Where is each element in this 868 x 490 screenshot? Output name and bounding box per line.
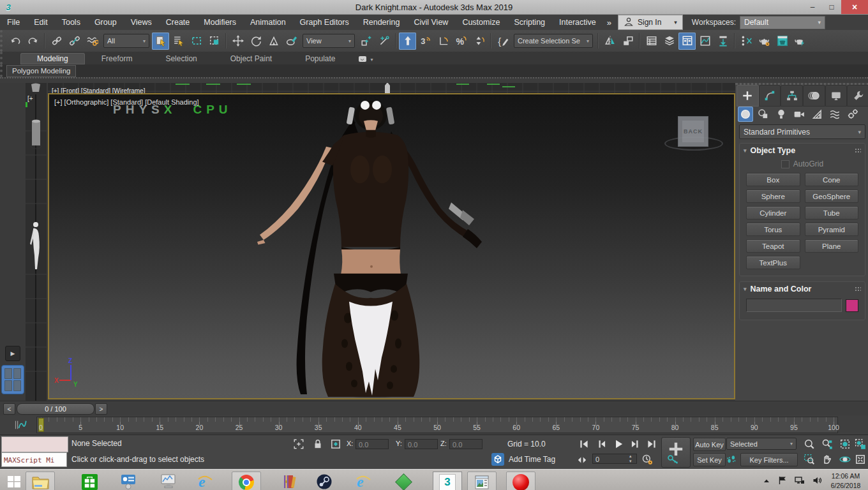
- menu-interactive[interactable]: Interactive: [552, 15, 603, 30]
- workspace-dropdown[interactable]: Default ▾: [740, 16, 825, 29]
- play-animation-button[interactable]: [611, 437, 626, 451]
- chrome-icon[interactable]: [232, 471, 261, 490]
- redo-icon[interactable]: [24, 33, 41, 50]
- pan-view-icon[interactable]: [821, 453, 834, 466]
- select-and-move-icon[interactable]: [229, 33, 246, 50]
- subtab-systems-icon[interactable]: [845, 107, 860, 122]
- maxscript-mini-listener[interactable]: MAXScript Mi: [1, 452, 67, 467]
- create-cylinder-button[interactable]: Cylinder: [746, 206, 800, 219]
- schematic-view-icon[interactable]: [714, 33, 731, 50]
- next-frame-playback-button[interactable]: [627, 437, 643, 451]
- layer-explorer-icon[interactable]: [643, 33, 660, 50]
- rendered-frame-window-icon[interactable]: [774, 33, 791, 50]
- set-keys-button[interactable]: [661, 437, 691, 468]
- window-crossing-icon[interactable]: [206, 33, 223, 50]
- subtab-shapes-icon[interactable]: [756, 107, 771, 122]
- render-production-icon[interactable]: [791, 33, 809, 50]
- menu-graph-editors[interactable]: Graph Editors: [293, 15, 356, 30]
- ribbon-tab-freeform[interactable]: Freeform: [85, 53, 149, 64]
- 3ds-max-icon[interactable]: 3: [433, 471, 462, 490]
- selection-filter-dropdown[interactable]: All▾: [103, 34, 149, 48]
- winrar-icon[interactable]: [278, 471, 301, 490]
- settings-icon[interactable]: [117, 471, 140, 490]
- create-sphere-button[interactable]: Sphere: [746, 189, 800, 203]
- reference-coordinate-system-dropdown[interactable]: View▾: [303, 34, 355, 48]
- mini-curve-editor-icon[interactable]: [14, 419, 27, 431]
- undo-icon[interactable]: [6, 33, 24, 50]
- autogrid-checkbox[interactable]: [781, 160, 789, 168]
- tray-expand-icon[interactable]: [763, 476, 770, 487]
- key-filters-button[interactable]: Key Filters...: [740, 453, 798, 466]
- sign-in-button[interactable]: Sign In ▾: [618, 15, 683, 30]
- orbit-icon[interactable]: [839, 453, 851, 466]
- menu-customize[interactable]: Customize: [455, 15, 507, 30]
- menu-overflow-button[interactable]: »: [603, 18, 615, 27]
- minimize-button[interactable]: –: [803, 0, 822, 14]
- viewport-top-sliver[interactable]: [+] [Front] [Standard] [Wireframe]: [48, 83, 735, 93]
- subtab-geometry-icon[interactable]: [738, 107, 753, 122]
- viewport-front-sliver[interactable]: [+: [26, 83, 48, 401]
- bind-to-space-warp-icon[interactable]: [84, 33, 101, 50]
- volume-icon[interactable]: [812, 476, 822, 487]
- track-bar-ruler[interactable]: 0510152025303540455055606570758085909510…: [36, 417, 838, 433]
- viewport-layout-tab-button[interactable]: [1, 365, 24, 394]
- create-box-button[interactable]: Box: [746, 173, 800, 186]
- file-explorer-icon[interactable]: [26, 471, 55, 490]
- primitive-category-dropdown[interactable]: Standard Primitives▾: [739, 124, 865, 139]
- viewport-tab-expand-button[interactable]: ▶: [5, 346, 20, 361]
- selection-set-dropdown[interactable]: Selected▾: [726, 438, 797, 450]
- ribbon-drag-handle[interactable]: [0, 77, 868, 83]
- spinner-snap-icon[interactable]: [470, 33, 488, 50]
- named-selection-set-dropdown[interactable]: Create Selection Se▾: [514, 34, 593, 48]
- time-configuration-icon[interactable]: [641, 453, 654, 466]
- rollout-drag-handle-icon[interactable]: [855, 286, 861, 292]
- select-and-link-icon[interactable]: [48, 33, 65, 50]
- mirror-icon[interactable]: [601, 33, 618, 50]
- panel-tab-modify[interactable]: [759, 85, 781, 107]
- restore-button[interactable]: □: [822, 0, 841, 14]
- top-viewport-label[interactable]: [+] [Front] [Standard] [Wireframe]: [52, 87, 145, 93]
- set-key-mode-icon[interactable]: [725, 453, 738, 466]
- network-icon[interactable]: [795, 476, 805, 487]
- menu-edit[interactable]: Edit: [27, 15, 55, 30]
- zoom-extents-all-icon[interactable]: [854, 438, 867, 450]
- select-and-manipulate-icon[interactable]: [375, 33, 393, 50]
- z-coordinate-field[interactable]: 0.0: [449, 439, 483, 449]
- zoom-region-icon[interactable]: [803, 453, 816, 466]
- create-pyramid-button[interactable]: Pyramid: [805, 223, 859, 236]
- angle-snap-icon[interactable]: [435, 33, 452, 50]
- next-frame-button[interactable]: >: [95, 403, 107, 415]
- select-object-icon[interactable]: [152, 33, 169, 50]
- red-ball-icon[interactable]: [506, 471, 535, 490]
- ribbon-tab-populate[interactable]: Populate: [288, 53, 352, 64]
- image-viewer-icon[interactable]: [467, 471, 497, 490]
- subtab-lights-icon[interactable]: [774, 107, 789, 122]
- toggle-ribbon-icon[interactable]: [678, 33, 696, 50]
- viewcube[interactable]: BACK: [678, 116, 708, 147]
- key-mode-toggle-icon[interactable]: [576, 454, 588, 466]
- menu-modifiers[interactable]: Modifiers: [197, 15, 243, 30]
- menu-tools[interactable]: Tools: [55, 15, 87, 30]
- sims-icon[interactable]: [392, 471, 415, 490]
- name-and-color-rollout-header[interactable]: ▾ Name and Color: [740, 282, 865, 296]
- menu-file[interactable]: File: [0, 15, 27, 30]
- selection-lock-icon[interactable]: [311, 438, 324, 450]
- select-and-rotate-icon[interactable]: [247, 33, 264, 50]
- select-by-name-icon[interactable]: [170, 33, 187, 50]
- zoom-all-icon[interactable]: [821, 438, 834, 450]
- create-plane-button[interactable]: Plane: [805, 239, 859, 253]
- panel-tab-create[interactable]: [737, 85, 759, 107]
- panel-tab-utilities[interactable]: [847, 85, 868, 107]
- zoom-extents-icon[interactable]: [839, 438, 851, 450]
- add-time-tag[interactable]: Add Time Tag: [509, 455, 555, 464]
- rollout-drag-handle-icon[interactable]: [855, 148, 861, 153]
- object-name-field[interactable]: [746, 299, 842, 312]
- steam-icon[interactable]: [313, 471, 336, 490]
- maximize-viewport-toggle-icon[interactable]: [854, 453, 867, 466]
- internet-explorer-2-icon[interactable]: e: [352, 471, 375, 490]
- create-teapot-button[interactable]: Teapot: [746, 239, 800, 253]
- subtab-space-warps-icon[interactable]: [827, 107, 842, 122]
- y-coordinate-field[interactable]: 0.0: [405, 439, 438, 449]
- create-textplus-button[interactable]: TextPlus: [746, 256, 800, 269]
- material-editor-icon[interactable]: [738, 33, 755, 50]
